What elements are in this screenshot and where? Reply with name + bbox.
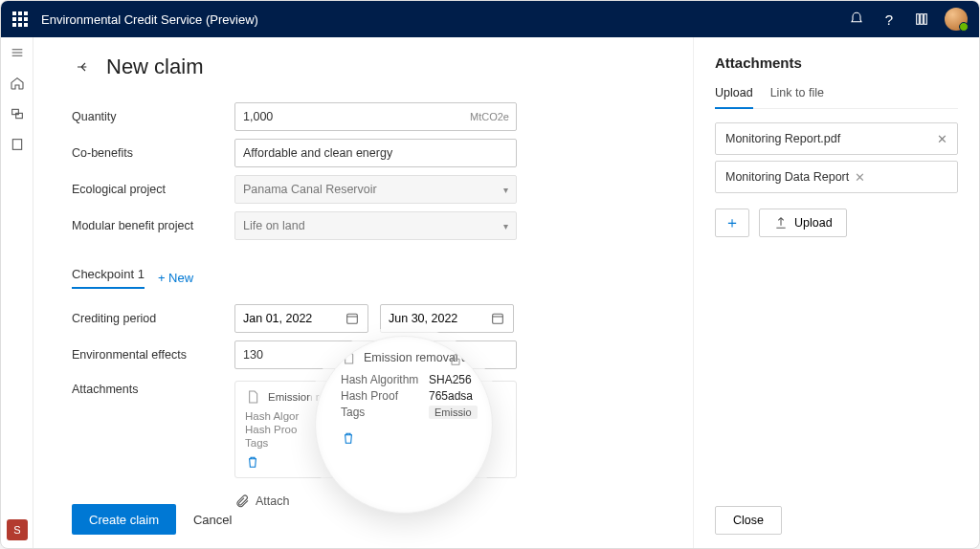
page-title: New claim <box>106 55 203 79</box>
remove-file-button[interactable]: ✕ <box>937 132 947 146</box>
environmental-effects-label: Environmental effects <box>72 348 234 362</box>
hamburger-icon[interactable] <box>8 43 27 62</box>
help-icon[interactable]: ? <box>874 4 904 34</box>
attachment-card-title: Emission re <box>268 391 325 403</box>
upload-button[interactable]: Upload <box>759 209 847 237</box>
tab-new-checkpoint[interactable]: New <box>158 271 193 285</box>
chevron-down-icon: ▾ <box>503 185 508 195</box>
tab-checkpoint-1[interactable]: Checkpoint 1 <box>72 267 145 289</box>
svg-rect-0 <box>917 14 920 25</box>
calendar-icon <box>490 311 505 326</box>
app-launcher[interactable] <box>12 11 28 27</box>
panel-tab-link-file[interactable]: Link to file <box>770 86 824 108</box>
quantity-input[interactable] <box>234 102 517 131</box>
uploaded-file-name: Monitoring Data Report <box>725 170 849 184</box>
mag-tags-key: Tags <box>341 406 429 419</box>
org-icon[interactable] <box>8 104 27 123</box>
avatar[interactable] <box>945 8 968 31</box>
date-end-value: Jun 30, 2022 <box>389 312 457 325</box>
ecological-project-value: Panama Canal Reservoir <box>243 183 377 196</box>
mag-tag-value: Emissio <box>429 406 478 419</box>
uploaded-file-name: Monitoring Report.pdf <box>725 132 840 145</box>
rail-user-badge[interactable]: S <box>7 519 28 540</box>
cancel-button[interactable]: Cancel <box>193 513 232 527</box>
back-arrow-icon[interactable] <box>72 55 95 78</box>
app-title: Environmental Credit Service (Preview) <box>41 12 258 27</box>
mag-hash-proof-key: Hash Proof <box>341 389 429 403</box>
close-panel-button[interactable]: Close <box>715 506 782 535</box>
svg-rect-6 <box>11 109 18 114</box>
co-benefits-input[interactable] <box>234 139 517 167</box>
add-file-button[interactable]: ＋ <box>715 209 749 237</box>
home-icon[interactable] <box>8 74 27 93</box>
svg-rect-17 <box>452 359 459 364</box>
modular-benefit-value: Life on land <box>243 219 305 232</box>
paperclip-icon <box>234 494 250 509</box>
modular-benefit-label: Modular benefit project <box>72 219 234 232</box>
ecological-project-label: Ecological project <box>72 183 234 196</box>
modular-benefit-select[interactable]: Life on land ▾ <box>234 211 517 240</box>
co-benefits-label: Co-benefits <box>72 146 234 160</box>
delete-attachment-button[interactable] <box>341 430 492 449</box>
building-icon[interactable] <box>8 135 27 154</box>
date-start-value: Jan 01, 2022 <box>243 312 312 325</box>
svg-rect-15 <box>493 314 503 323</box>
svg-rect-2 <box>924 14 927 25</box>
svg-rect-13 <box>347 314 358 323</box>
svg-rect-7 <box>15 113 22 118</box>
create-claim-button[interactable]: Create claim <box>72 504 176 535</box>
svg-rect-8 <box>12 140 21 150</box>
upload-icon <box>773 215 789 231</box>
mag-hash-algo-val: SHA256 <box>429 373 472 386</box>
calendar-icon <box>345 311 360 326</box>
upload-button-label: Upload <box>794 216 833 230</box>
panel-title: Attachments <box>715 55 958 71</box>
document-icon <box>245 389 260 405</box>
date-end-input[interactable]: Jun 30, 2022 <box>380 304 514 333</box>
library-icon[interactable] <box>906 4 937 34</box>
mag-hash-proof-val: 765adsa <box>429 389 473 403</box>
chevron-down-icon: ▾ <box>503 221 508 231</box>
crediting-period-label: Crediting period <box>72 312 234 325</box>
mag-hash-algo-key: Hash Algorithm <box>341 373 429 386</box>
attach-link-label: Attach <box>256 494 289 508</box>
uploaded-file-row: Monitoring Data Report ✕ <box>715 161 958 193</box>
notifications-icon[interactable] <box>841 4 872 34</box>
svg-rect-1 <box>921 14 924 25</box>
panel-tab-upload[interactable]: Upload <box>715 86 753 109</box>
ecological-project-select[interactable]: Panama Canal Reservoir ▾ <box>234 175 517 204</box>
magnifier-overlay: ▾ Emission removal da Hash AlgorithmSHA2… <box>315 336 493 514</box>
date-start-input[interactable]: Jan 01, 2022 <box>234 304 368 333</box>
uploaded-file-row: Monitoring Report.pdf ✕ <box>715 122 958 155</box>
quantity-label: Quantity <box>72 110 234 123</box>
attachments-label: Attachments <box>72 377 234 396</box>
remove-file-button[interactable]: ✕ <box>855 170 865 185</box>
